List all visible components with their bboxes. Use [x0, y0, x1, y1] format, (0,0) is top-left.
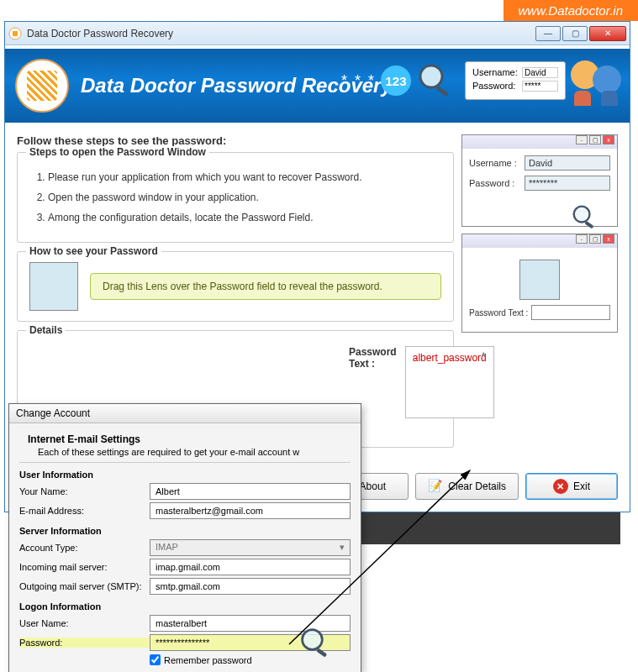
- svg-point-4: [574, 207, 590, 223]
- mini-min-icon: -: [576, 234, 588, 244]
- clear-details-button[interactable]: 📝Clear Details: [415, 473, 519, 500]
- sample-login-window: -▢x Username :David Password :********: [461, 134, 618, 227]
- your-name-input[interactable]: [150, 483, 351, 500]
- section-server-info: Server Information: [19, 526, 351, 536]
- magnifier-lens-icon[interactable]: [298, 626, 334, 661]
- mini-max-icon: ▢: [589, 234, 601, 244]
- close-icon: ✕: [553, 479, 568, 494]
- exit-button[interactable]: ✕Exit: [525, 473, 618, 500]
- chevron-down-icon: ▾: [340, 542, 345, 553]
- incoming-server-input[interactable]: [150, 559, 351, 575]
- mini-max-icon: ▢: [589, 135, 601, 144]
- svg-rect-7: [316, 648, 327, 657]
- step-item: Among the configuration details, locate …: [48, 212, 441, 223]
- svg-rect-5: [584, 221, 593, 228]
- email-input[interactable]: [150, 502, 351, 519]
- steps-legend: Steps to open the Password Window: [26, 146, 209, 158]
- section-user-info: User Information: [19, 470, 351, 480]
- howto-legend: How to see your Password: [26, 245, 161, 257]
- svg-point-6: [303, 630, 323, 650]
- step-item: Please run your application from which y…: [48, 171, 441, 183]
- mini-close-icon: x: [603, 135, 614, 144]
- background-dark: [336, 512, 620, 544]
- password-text-label: Password Text :: [349, 346, 397, 370]
- number-badge: 123: [381, 66, 411, 96]
- dialog-subtext: Each of these settings are required to g…: [38, 447, 351, 457]
- window-title: Data Doctor Password Recovery: [27, 28, 535, 39]
- account-type-select[interactable]: IMAP▾: [150, 539, 351, 556]
- stars-decoration: * * *: [341, 72, 376, 90]
- credentials-preview: Username:David Password:*****: [465, 61, 566, 100]
- maximize-button[interactable]: ▢: [562, 26, 588, 41]
- lens-preview-icon: [519, 260, 560, 300]
- scrollbar-up-icon[interactable]: ▲: [480, 349, 492, 358]
- minimize-button[interactable]: —: [535, 26, 561, 41]
- svg-rect-3: [435, 86, 449, 97]
- svg-point-2: [420, 66, 442, 87]
- titlebar: Data Doctor Password Recovery — ▢ ✕: [5, 22, 630, 45]
- mini-close-icon: x: [603, 234, 614, 244]
- password-text-output[interactable]: albert_password ▲: [405, 346, 494, 418]
- steps-fieldset: Steps to open the Password Window Please…: [17, 152, 454, 243]
- header-banner: Data Doctor Password Recovery * * * 123 …: [5, 45, 630, 126]
- avatars-icon: [571, 55, 621, 106]
- lens-tool[interactable]: [29, 262, 78, 311]
- mini-min-icon: -: [576, 135, 588, 144]
- magnifier-icon: [570, 202, 600, 233]
- magnifier-icon: [416, 61, 455, 100]
- section-logon-info: Logon Information: [19, 601, 351, 612]
- svg-rect-1: [13, 31, 18, 36]
- step-item: Open the password window in your applica…: [48, 192, 441, 203]
- app-icon: [8, 27, 22, 40]
- dialog-heading: Internet E-mail Settings: [28, 433, 351, 445]
- howto-fieldset: How to see your Password Drag this Lens …: [17, 251, 454, 322]
- close-button[interactable]: ✕: [589, 26, 626, 41]
- howto-hint: Drag this Lens over the Password field t…: [90, 273, 441, 300]
- clear-icon: 📝: [428, 479, 443, 494]
- details-legend: Details: [26, 324, 66, 336]
- sample-passwordtext-window: -▢x Password Text :: [461, 234, 618, 333]
- url-banner: www.Datadoctor.in: [504, 0, 639, 21]
- outgoing-server-input[interactable]: [150, 578, 351, 595]
- change-account-dialog: Change Account Internet E-mail Settings …: [8, 403, 361, 672]
- logo-icon: [15, 59, 69, 113]
- dialog-title: Change Account: [9, 404, 361, 423]
